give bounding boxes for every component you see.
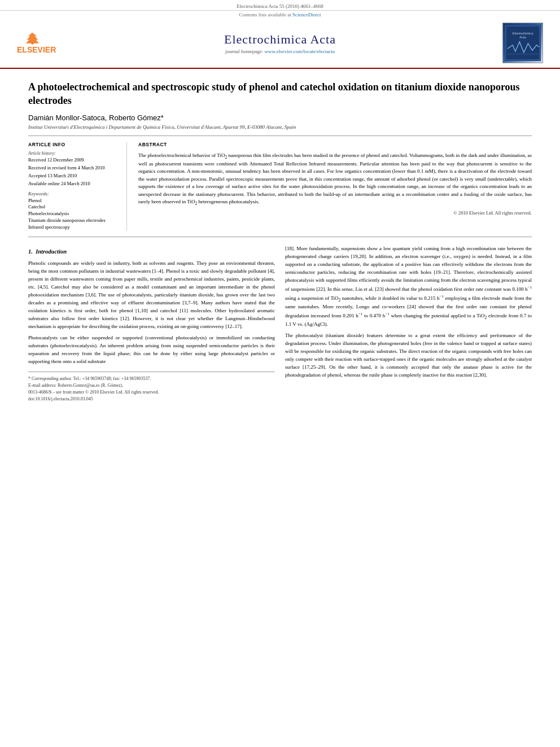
received-date: Received 12 December 2009 [28, 157, 120, 163]
contents-label: Contents lists available at [239, 12, 292, 18]
body-columns: 1. Introduction Phenolic compounds are w… [28, 245, 532, 402]
copyright-line: © 2010 Elsevier Ltd. All rights reserved… [138, 210, 532, 216]
footer-note: * Corresponding author. Tel.: +34 965903… [28, 372, 275, 403]
homepage-label: journal homepage: [225, 49, 264, 54]
elsevier-logo: ELSEVIER [17, 32, 62, 54]
elsevier-tree-icon [17, 32, 48, 45]
cover-thumbnail-icon: Electrochimica Acta [505, 24, 541, 62]
body-col-right: [18]. More fundamentally, suspensions sh… [285, 245, 532, 402]
journal-cover-container: Electrochimica Acta [492, 23, 543, 63]
keyword-ir: Infrared spectroscopy [28, 224, 120, 231]
abstract-text: The photoelectrochemical behavior of TiO… [138, 152, 532, 207]
available-online-date: Available online 24 March 2010 [28, 181, 120, 186]
top-bar: Electrochimica Acta 55 (2010) 4661–4668 [0, 0, 560, 11]
email-note: E-mail address: Roberto.Gomez@ua.es (R. … [28, 382, 275, 389]
accepted-date: Accepted 13 March 2010 [28, 173, 120, 178]
issn-note: 0013-4686/$ – see front matter © 2010 El… [28, 389, 275, 396]
sciencedirect-link[interactable]: ScienceDirect [292, 12, 321, 18]
corresponding-note: * Corresponding author. Tel.: +34 965903… [28, 375, 275, 382]
elsevier-logo-container: ELSEVIER [17, 32, 68, 54]
intro-para-1: Phenolic compounds are widely used in in… [28, 260, 275, 330]
section-number: 1. [28, 248, 33, 255]
svg-text:Acta: Acta [519, 36, 526, 39]
svg-rect-3 [505, 25, 541, 61]
main-content: A photoelectrochemical and spectroscopic… [0, 69, 560, 414]
keyword-catechol: Catechol [28, 204, 120, 211]
svg-rect-2 [32, 42, 34, 44]
history-label: Article history: [28, 151, 120, 156]
journal-cover-image: Electrochimica Acta [502, 23, 543, 63]
section-title: Introduction [36, 248, 67, 255]
keyword-tio2: Titanium dioxide nanoporous electrodes [28, 217, 120, 224]
svg-marker-1 [26, 33, 39, 43]
journal-homepage-line: journal homepage: www.elsevier.com/locat… [68, 49, 492, 54]
homepage-url[interactable]: www.elsevier.com/locate/electacta [265, 49, 335, 54]
intro-para-3: [18]. More fundamentally, suspensions sh… [285, 245, 532, 329]
received-revised-date: Received in revised form 4 March 2010 [28, 165, 120, 171]
doi-note: doi:10.1016/j.electacta.2010.03.045 [28, 396, 275, 403]
keyword-phenol: Phenol [28, 198, 120, 204]
journal-header: ELSEVIER Electrochimica Acta journal hom… [0, 18, 560, 69]
keyword-photoelectrocatalysis: Photoelectrocatalysis [28, 211, 120, 217]
article-title: A photoelectrochemical and spectroscopic… [28, 80, 532, 108]
keywords-label: Keywords: [28, 191, 120, 196]
article-body: Article Info Article history: Received 1… [28, 142, 532, 231]
authors-names: Damián Monllor-Satoca, Roberto Gómez* [28, 113, 164, 122]
contents-bar: Contents lists available at ScienceDirec… [0, 11, 560, 18]
article-info-title: Article Info [28, 142, 120, 147]
elsevier-name: ELSEVIER [17, 45, 56, 54]
abstract-title: Abstract [138, 142, 532, 147]
journal-title: Electrochimica Acta [68, 32, 492, 47]
article-info-panel: Article Info Article history: Received 1… [28, 142, 127, 231]
affiliation: Institut Universitari d'Electroquímica i… [28, 124, 532, 130]
divider-1 [28, 136, 532, 136]
issue-info: Electrochimica Acta 55 (2010) 4661–4668 [237, 3, 323, 9]
divider-2 [28, 237, 532, 237]
abstract-section: Abstract The photoelectrochemical behavi… [138, 142, 532, 231]
svg-text:Electrochimica: Electrochimica [513, 32, 533, 35]
intro-para-2: Photocatalysts can be either suspended o… [28, 334, 275, 366]
intro-para-4: The photocatalyst (titanium dioxide) fea… [285, 332, 532, 379]
authors-line: Damián Monllor-Satoca, Roberto Gómez* [28, 113, 532, 122]
body-col-left: 1. Introduction Phenolic compounds are w… [28, 245, 275, 402]
journal-title-container: Electrochimica Acta journal homepage: ww… [68, 32, 492, 54]
intro-heading: 1. Introduction [28, 247, 275, 256]
